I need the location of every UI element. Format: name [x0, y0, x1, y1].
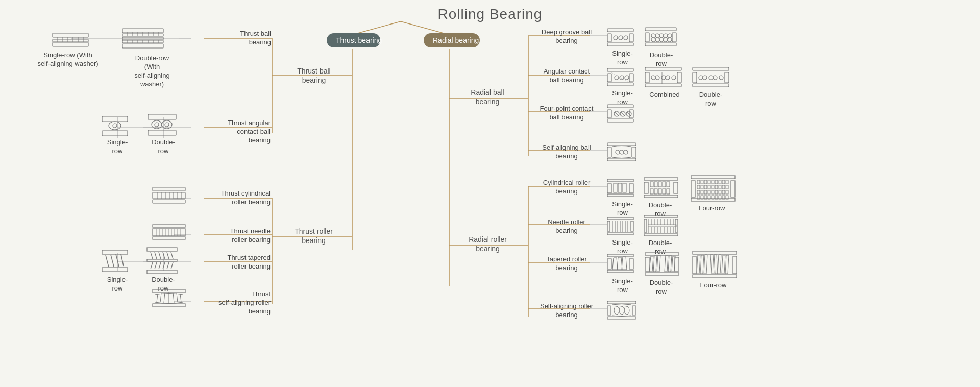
radial-bearing-pill[interactable]: Radial bearing — [424, 33, 480, 47]
svg-rect-150 — [645, 43, 676, 46]
svg-rect-273 — [607, 221, 610, 231]
svg-rect-269 — [722, 196, 725, 199]
svg-point-153 — [651, 34, 655, 38]
thrust-self-aligning-icon — [151, 287, 187, 312]
svg-rect-254 — [701, 190, 703, 194]
svg-marker-310 — [617, 257, 622, 270]
svg-point-167 — [615, 76, 619, 80]
thrust-angular-double-label: Double-row — [148, 138, 179, 156]
svg-point-188 — [713, 76, 717, 80]
svg-line-124 — [171, 252, 173, 259]
svg-rect-282 — [644, 215, 678, 217]
svg-rect-252 — [726, 185, 728, 189]
angular-contact-combined-icon — [644, 63, 682, 91]
svg-rect-173 — [645, 72, 649, 83]
svg-rect-222 — [654, 182, 657, 187]
svg-point-207 — [616, 150, 620, 154]
svg-marker-318 — [657, 255, 660, 272]
thrust-cylindrical-icon — [151, 185, 187, 205]
four-point-contact-ball-label: Four-point contactball bearing — [531, 105, 602, 122]
svg-rect-132 — [147, 270, 177, 274]
svg-rect-312 — [645, 253, 679, 255]
svg-rect-272 — [607, 233, 633, 235]
svg-rect-259 — [719, 190, 721, 194]
cylindrical-single-icon — [606, 175, 634, 201]
svg-point-338 — [614, 306, 619, 315]
svg-line-115 — [116, 254, 119, 267]
svg-rect-313 — [645, 273, 679, 275]
svg-rect-255 — [704, 190, 707, 194]
svg-rect-266 — [712, 196, 714, 199]
svg-rect-271 — [607, 217, 633, 220]
svg-rect-206 — [632, 147, 636, 157]
svg-point-178 — [666, 76, 670, 80]
svg-rect-217 — [644, 178, 678, 180]
svg-rect-144 — [607, 34, 611, 42]
svg-rect-191 — [607, 119, 633, 122]
svg-point-161 — [664, 38, 668, 42]
svg-point-160 — [659, 38, 664, 42]
tapered-single-label: Single-row — [608, 277, 636, 295]
svg-rect-190 — [607, 105, 633, 108]
svg-rect-295 — [648, 225, 676, 227]
svg-rect-91 — [153, 192, 185, 199]
svg-rect-219 — [644, 182, 648, 194]
svg-point-186 — [703, 76, 707, 80]
thrust-ball-bearing-type-label: Thrust ballbearing — [207, 30, 271, 47]
svg-rect-305 — [607, 254, 633, 257]
cylindrical-roller-label: Cylindrical rollerbearing — [531, 179, 602, 196]
svg-marker-331 — [718, 255, 721, 274]
svg-rect-284 — [644, 219, 647, 232]
svg-rect-244 — [697, 185, 700, 189]
svg-rect-315 — [675, 257, 679, 271]
svg-point-169 — [625, 76, 629, 80]
svg-rect-262 — [697, 196, 700, 199]
svg-rect-243 — [726, 180, 728, 184]
svg-rect-151 — [645, 33, 649, 42]
svg-rect-141 — [153, 304, 185, 307]
svg-rect-184 — [725, 72, 729, 83]
svg-line-123 — [167, 252, 169, 259]
svg-rect-221 — [650, 182, 653, 187]
thrust-cylindrical-roller-label: Thrust cylindricalroller bearing — [204, 189, 271, 207]
svg-rect-251 — [722, 185, 725, 189]
svg-rect-79 — [122, 44, 163, 48]
svg-line-119 — [151, 252, 153, 259]
svg-rect-268 — [719, 196, 721, 199]
svg-line-121 — [159, 252, 161, 259]
angular-contact-single-icon — [606, 64, 634, 90]
svg-rect-236 — [701, 180, 703, 184]
svg-rect-249 — [715, 185, 718, 189]
svg-point-340 — [624, 306, 629, 315]
thrust-angular-single-label: Single-row — [102, 138, 133, 156]
thrust-ball-bearing-label: Thrust ballbearing — [291, 66, 337, 85]
svg-line-116 — [121, 254, 124, 266]
self-aligning-roller-label: Self-aligning rollerbearing — [531, 302, 602, 320]
svg-line-134 — [157, 294, 158, 302]
svg-rect-152 — [672, 33, 676, 42]
svg-rect-226 — [650, 189, 653, 194]
svg-rect-118 — [147, 248, 177, 251]
svg-rect-256 — [708, 190, 710, 194]
svg-rect-111 — [153, 237, 185, 239]
svg-line-129 — [159, 262, 161, 269]
svg-rect-211 — [607, 194, 633, 197]
svg-point-209 — [624, 150, 628, 154]
svg-marker-316 — [649, 256, 653, 272]
svg-line-131 — [151, 262, 153, 269]
svg-rect-308 — [629, 259, 633, 269]
thrust-angular-contact-label: Thrust angularcontact ballbearing — [204, 119, 271, 145]
svg-rect-60 — [53, 42, 88, 46]
svg-point-176 — [655, 76, 659, 80]
svg-line-127 — [167, 262, 169, 269]
svg-point-189 — [719, 76, 723, 80]
thrust-bearing-pill[interactable]: Thrust bearing — [327, 33, 380, 47]
svg-point-156 — [664, 34, 668, 38]
svg-point-85 — [152, 120, 162, 129]
tapered-four-row-icon — [692, 247, 738, 282]
svg-rect-285 — [675, 219, 678, 232]
tapered-roller-label: Tapered rollerbearing — [531, 255, 602, 273]
svg-rect-264 — [704, 196, 707, 199]
svg-rect-233 — [691, 181, 695, 197]
svg-line-139 — [177, 293, 178, 302]
